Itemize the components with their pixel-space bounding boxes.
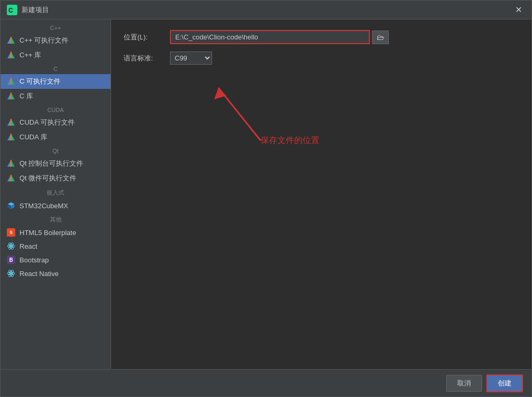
svg-marker-19	[7, 119, 11, 126]
triangle-icon	[7, 36, 15, 45]
svg-marker-23	[11, 134, 15, 140]
html5-icon: 5	[7, 228, 15, 237]
sidebar-item-label: CUDA 库	[19, 133, 47, 142]
svg-text:C: C	[8, 7, 13, 14]
annotation-text: 保存文件的位置	[260, 135, 319, 146]
svg-marker-16	[7, 93, 11, 99]
sidebar-item-qt-widget[interactable]: Qt 微件可执行文件	[1, 171, 111, 186]
svg-marker-13	[7, 78, 11, 85]
footer: 取消 创建	[1, 369, 531, 396]
svg-marker-8	[11, 37, 15, 44]
category-c: C	[1, 63, 111, 74]
bootstrap-icon: B	[7, 256, 15, 264]
sidebar-item-react-native[interactable]: React Native	[1, 267, 111, 280]
svg-marker-7	[7, 37, 11, 44]
clion-logo-icon: C	[7, 5, 17, 15]
sidebar-item-label: C 可执行文件	[19, 77, 61, 86]
sidebar-item-react[interactable]: React	[1, 239, 111, 253]
category-other: 其他	[1, 212, 111, 226]
close-button[interactable]: ✕	[512, 4, 525, 16]
triangle-icon	[7, 133, 15, 141]
sidebar-item-qt-console[interactable]: Qt 控制台可执行文件	[1, 156, 111, 171]
title-bar-left: C 新建项目	[7, 5, 49, 15]
triangle-icon	[7, 92, 15, 100]
triangle-icon	[7, 51, 15, 59]
sidebar-item-label: C 库	[19, 91, 33, 101]
browse-button[interactable]: 🗁	[372, 30, 389, 44]
sidebar-item-c-exe[interactable]: C 可执行文件	[1, 74, 111, 89]
triangle-icon	[7, 77, 15, 86]
svg-marker-28	[7, 175, 11, 181]
sidebar-item-label: React Native	[19, 270, 58, 278]
location-input[interactable]	[170, 30, 370, 44]
svg-point-39	[10, 272, 12, 274]
svg-marker-17	[11, 93, 15, 99]
sidebar: C++ C++ 可执行文件	[1, 19, 111, 369]
svg-marker-14	[11, 78, 15, 85]
content-area: C++ C++ 可执行文件	[1, 19, 531, 369]
triangle-icon	[7, 159, 15, 168]
sidebar-item-bootstrap[interactable]: B Bootstrap	[1, 253, 111, 267]
annotation-area: 保存文件的位置	[124, 72, 519, 359]
sidebar-item-label: React	[19, 242, 37, 250]
category-cpp: C++	[1, 22, 111, 33]
cube-icon	[7, 201, 15, 210]
triangle-icon	[7, 118, 15, 127]
sidebar-item-label: Qt 微件可执行文件	[19, 174, 76, 183]
svg-marker-10	[7, 52, 11, 58]
lang-select[interactable]: C89 C99 C11 C17	[170, 52, 212, 65]
main-panel: 位置(L): 🗁 语言标准: C89 C99 C11 C17	[111, 19, 531, 369]
cancel-button[interactable]: 取消	[446, 375, 482, 392]
location-label: 位置(L):	[124, 33, 166, 42]
location-row: 位置(L): 🗁	[124, 30, 519, 44]
sidebar-item-label: STM32CubeMX	[19, 202, 68, 210]
svg-marker-11	[11, 52, 15, 58]
sidebar-item-cuda-exe[interactable]: CUDA 可执行文件	[1, 115, 111, 130]
category-embedded: 嵌入式	[1, 186, 111, 199]
sidebar-item-label: Bootstrap	[19, 256, 49, 264]
svg-marker-29	[11, 175, 15, 181]
svg-marker-20	[11, 119, 15, 126]
lang-row: 语言标准: C89 C99 C11 C17	[124, 52, 519, 65]
svg-marker-26	[11, 160, 15, 167]
sidebar-item-c-lib[interactable]: C 库	[1, 89, 111, 104]
sidebar-item-cpp-exe[interactable]: C++ 可执行文件	[1, 33, 111, 48]
sidebar-item-cuda-lib[interactable]: CUDA 库	[1, 130, 111, 145]
new-project-dialog: C 新建项目 ✕ C++ C++ 可执行文件	[0, 0, 532, 397]
react-icon	[7, 242, 15, 250]
svg-marker-22	[7, 134, 11, 140]
react-native-icon	[7, 269, 15, 278]
sidebar-item-cpp-lib[interactable]: C++ 库	[1, 48, 111, 63]
sidebar-item-label: C++ 可执行文件	[19, 36, 68, 45]
dialog-title: 新建项目	[22, 5, 49, 15]
svg-marker-25	[7, 160, 11, 167]
path-input-container: 🗁	[170, 30, 519, 44]
title-bar: C 新建项目 ✕	[1, 1, 531, 19]
sidebar-item-stm32[interactable]: STM32CubeMX	[1, 199, 111, 212]
triangle-icon	[7, 174, 15, 182]
sidebar-item-label: C++ 库	[19, 50, 41, 60]
sidebar-item-label: HTML5 Boilerplate	[19, 229, 76, 237]
create-button[interactable]: 创建	[486, 374, 523, 392]
sidebar-item-label: Qt 控制台可执行文件	[19, 159, 83, 168]
category-qt: Qt	[1, 145, 111, 156]
lang-label: 语言标准:	[124, 54, 166, 63]
sidebar-item-html5[interactable]: 5 HTML5 Boilerplate	[1, 226, 111, 239]
category-cuda: CUDA	[1, 104, 111, 115]
sidebar-item-label: CUDA 可执行文件	[19, 118, 75, 127]
svg-point-35	[10, 245, 12, 247]
